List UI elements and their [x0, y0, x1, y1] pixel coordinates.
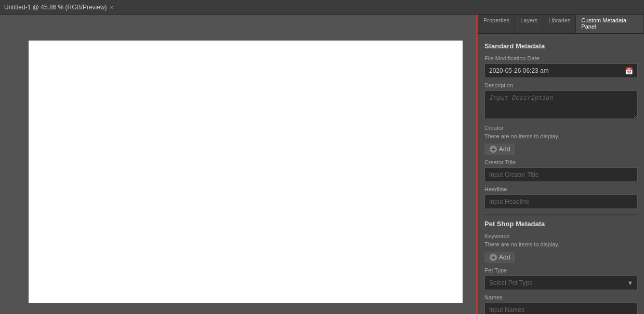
creator-empty-text: There are no items to display.	[484, 133, 638, 139]
keywords-add-icon: +	[490, 254, 497, 261]
keywords-add-label: Add	[499, 254, 510, 261]
description-textarea[interactable]	[484, 90, 638, 119]
creator-add-label: Add	[499, 146, 510, 153]
panel-tabs: Properties Layers Libraries Custom Metad…	[478, 15, 644, 34]
title-bar-text: Untitled-1 @ 45.86 % (RGB/Preview)	[4, 4, 107, 11]
pet-type-select-row: Select Pet Type Dog Cat Bird Fish Rabbit…	[484, 276, 638, 290]
title-bar: Untitled-1 @ 45.86 % (RGB/Preview) ×	[0, 0, 644, 15]
tab-layers[interactable]: Layers	[515, 15, 543, 33]
pet-shop-metadata-title: Pet Shop Metadata	[484, 220, 638, 228]
creator-label: Creator	[484, 125, 638, 131]
canvas-area	[0, 15, 478, 314]
file-modification-date-input[interactable]	[485, 64, 621, 77]
tab-libraries[interactable]: Libraries	[543, 15, 576, 33]
creator-add-button[interactable]: + Add	[484, 143, 515, 155]
right-panel: Properties Layers Libraries Custom Metad…	[478, 15, 644, 314]
names-label: Names	[484, 294, 638, 300]
close-icon[interactable]: ×	[110, 4, 113, 10]
creator-add-icon: +	[490, 146, 497, 153]
names-input[interactable]	[484, 303, 638, 314]
pet-type-select[interactable]: Select Pet Type Dog Cat Bird Fish Rabbit	[485, 276, 623, 290]
pet-type-label: Pet Type	[484, 267, 638, 273]
file-modification-date-label: File Modification Date	[484, 55, 638, 61]
canvas-document	[29, 41, 463, 303]
section-divider	[484, 214, 638, 215]
keywords-empty-text: There are no items to display.	[484, 241, 638, 247]
tab-custom-metadata-panel[interactable]: Custom Metadata Panel	[576, 15, 644, 33]
panel-content: Standard Metadata File Modification Date…	[478, 34, 644, 314]
standard-metadata-title: Standard Metadata	[484, 42, 638, 50]
canvas-red-line	[476, 15, 478, 314]
file-modification-date-field: 📅	[484, 63, 638, 78]
pet-type-chevron-down-icon: ▼	[623, 278, 637, 288]
main-layout: Properties Layers Libraries Custom Metad…	[0, 15, 644, 314]
headline-label: Headline	[484, 186, 638, 192]
creator-title-label: Creator Title	[484, 159, 638, 165]
calendar-icon[interactable]: 📅	[621, 65, 637, 77]
description-label: Description	[484, 82, 638, 88]
headline-input[interactable]	[484, 194, 638, 209]
keywords-add-button[interactable]: + Add	[484, 252, 515, 263]
tab-properties[interactable]: Properties	[478, 15, 515, 33]
keywords-label: Keywords	[484, 233, 638, 239]
creator-title-input[interactable]	[484, 167, 638, 182]
